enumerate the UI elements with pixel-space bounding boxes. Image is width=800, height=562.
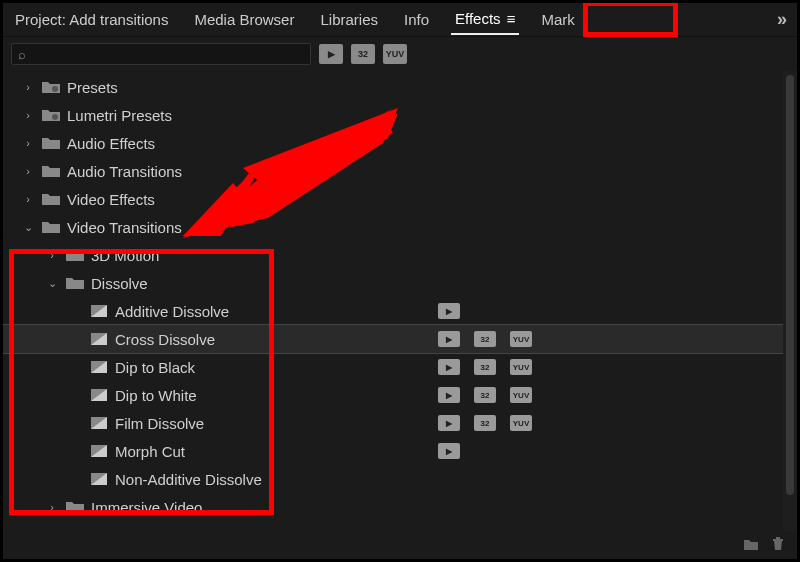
tree-folder[interactable]: ›3D Motion <box>3 241 797 269</box>
folder-icon <box>65 275 85 291</box>
transition-icon <box>89 415 109 431</box>
filter-buttons: ▶32YUV <box>319 44 407 64</box>
tree-item-label: Dissolve <box>91 275 148 292</box>
effects-toolbar: ⌕ ▶32YUV <box>3 37 797 71</box>
scrollbar-thumb[interactable] <box>786 75 794 495</box>
accelerated-badge-icon: ▶ <box>438 359 460 375</box>
transition-icon <box>89 443 109 459</box>
transition-icon <box>89 387 109 403</box>
chevron-right-icon[interactable]: › <box>45 249 59 261</box>
tree-folder[interactable]: ›Lumetri Presets <box>3 101 797 129</box>
new-bin-icon[interactable] <box>743 537 759 554</box>
transition-icon <box>89 471 109 487</box>
tree-item-label: Audio Effects <box>67 135 155 152</box>
32bit-badge-icon: 32 <box>474 359 496 375</box>
svg-point-0 <box>52 86 58 92</box>
preset-bin-icon <box>41 79 61 95</box>
effect-badges: ▶32YUV <box>438 359 532 375</box>
tree-folder[interactable]: ›Immersive Video <box>3 493 797 521</box>
folder-icon <box>41 135 61 151</box>
accelerated-badge-icon: ▶ <box>438 331 460 347</box>
transition-icon <box>89 303 109 319</box>
yuv-badge-icon: YUV <box>510 359 532 375</box>
chevron-right-icon[interactable]: › <box>21 193 35 205</box>
tree-item-label: Video Effects <box>67 191 155 208</box>
folder-icon <box>41 191 61 207</box>
effect-item[interactable]: Film Dissolve▶32YUV <box>3 409 797 437</box>
delete-icon[interactable] <box>771 537 785 554</box>
folder-icon <box>41 163 61 179</box>
annotation-highlight-effects-tab <box>583 1 678 37</box>
effect-item[interactable]: Additive Dissolve▶ <box>3 297 797 325</box>
effect-item[interactable]: Dip to White▶32YUV <box>3 381 797 409</box>
chevron-right-icon[interactable]: › <box>21 165 35 177</box>
tree-item-label: Video Transitions <box>67 219 182 236</box>
effect-item[interactable]: Non-Additive Dissolve <box>3 465 797 493</box>
32bit-icon[interactable]: 32 <box>351 44 375 64</box>
tab-project[interactable]: Project: Add transitions <box>11 5 172 34</box>
tree-folder[interactable]: ›Audio Transitions <box>3 157 797 185</box>
yuv-badge-icon: YUV <box>510 387 532 403</box>
tree-item-label: Dip to Black <box>115 359 195 376</box>
tree-item-label: Additive Dissolve <box>115 303 229 320</box>
panel-menu-icon[interactable]: ≡ <box>507 10 516 27</box>
search-input[interactable] <box>32 46 304 62</box>
tab-media[interactable]: Media Browser <box>190 5 298 34</box>
transition-icon <box>89 359 109 375</box>
tree-item-label: Cross Dissolve <box>115 331 215 348</box>
tab-libraries[interactable]: Libraries <box>316 5 382 34</box>
tree-item-label: Dip to White <box>115 387 197 404</box>
yuv-badge-icon: YUV <box>510 415 532 431</box>
tab-mark[interactable]: Mark <box>537 5 578 34</box>
tree-item-label: Non-Additive Dissolve <box>115 471 262 488</box>
panel-tabs: Project: Add transitionsMedia BrowserLib… <box>3 3 797 37</box>
tabs-overflow-button[interactable]: » <box>773 9 789 30</box>
32bit-badge-icon: 32 <box>474 415 496 431</box>
chevron-down-icon[interactable]: ⌄ <box>21 221 35 234</box>
svg-point-1 <box>52 114 58 120</box>
effect-badges: ▶ <box>438 443 460 459</box>
tree-item-label: Presets <box>67 79 118 96</box>
preset-bin-icon <box>41 107 61 123</box>
32bit-badge-icon: 32 <box>474 387 496 403</box>
32bit-badge-icon: 32 <box>474 331 496 347</box>
tree-item-label: Audio Transitions <box>67 163 182 180</box>
effect-item[interactable]: Dip to Black▶32YUV <box>3 353 797 381</box>
effect-item[interactable]: Morph Cut▶ <box>3 437 797 465</box>
folder-icon <box>41 219 61 235</box>
yuv-badge-icon: YUV <box>510 331 532 347</box>
chevron-right-icon[interactable]: › <box>21 137 35 149</box>
transition-icon <box>89 331 109 347</box>
tree-folder[interactable]: ⌄Dissolve <box>3 269 797 297</box>
yuv-icon[interactable]: YUV <box>383 44 407 64</box>
tree-folder[interactable]: ⌄Video Transitions <box>3 213 797 241</box>
effect-badges: ▶32YUV <box>438 415 532 431</box>
chevron-right-icon[interactable]: › <box>45 501 59 513</box>
effect-badges: ▶32YUV <box>438 331 532 347</box>
folder-icon <box>65 499 85 515</box>
search-box[interactable]: ⌕ <box>11 43 311 65</box>
effects-tree[interactable]: ›Presets›Lumetri Presets›Audio Effects›A… <box>3 71 797 531</box>
folder-icon <box>65 247 85 263</box>
tab-effects[interactable]: Effects≡ <box>451 4 519 35</box>
tab-info[interactable]: Info <box>400 5 433 34</box>
tree-item-label: Morph Cut <box>115 443 185 460</box>
accelerated-badge-icon: ▶ <box>438 387 460 403</box>
tree-item-label: Film Dissolve <box>115 415 204 432</box>
tree-folder[interactable]: ›Video Effects <box>3 185 797 213</box>
tree-item-label: Lumetri Presets <box>67 107 172 124</box>
tree-folder[interactable]: ›Audio Effects <box>3 129 797 157</box>
chevron-down-icon[interactable]: ⌄ <box>45 277 59 290</box>
effect-badges: ▶32YUV <box>438 387 532 403</box>
tree-folder[interactable]: ›Presets <box>3 73 797 101</box>
accelerated-icon[interactable]: ▶ <box>319 44 343 64</box>
chevron-right-icon[interactable]: › <box>21 81 35 93</box>
chevron-right-icon[interactable]: › <box>21 109 35 121</box>
tree-item-label: Immersive Video <box>91 499 202 516</box>
accelerated-badge-icon: ▶ <box>438 443 460 459</box>
tree-item-label: 3D Motion <box>91 247 159 264</box>
effect-item[interactable]: Cross Dissolve▶32YUV <box>3 325 797 353</box>
accelerated-badge-icon: ▶ <box>438 415 460 431</box>
panel-footer <box>3 531 797 559</box>
scrollbar-vertical[interactable] <box>783 71 797 531</box>
